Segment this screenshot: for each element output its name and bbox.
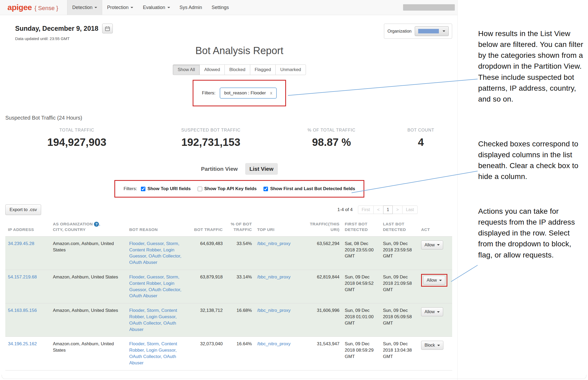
stat-value: 194,927,903: [5, 136, 148, 148]
filter-tabs: Show AllAllowedBlockedFlaggedUnmarked: [16, 64, 463, 75]
stat-value: 192,731,153: [148, 136, 274, 148]
column-header-last-bot-detected: LAST BOT DETECTED: [380, 219, 418, 236]
nav-item-label: Evaluation: [143, 5, 165, 10]
as-organization-cell: Amazon.com, Ashburn, United States: [50, 236, 127, 270]
column-header-bot-traffic: BOT TRAFFIC: [185, 219, 225, 236]
bot-reason-link[interactable]: Flooder: [129, 308, 144, 313]
bot-reason-link[interactable]: OAuth Collector: [149, 254, 180, 259]
action-dropdown[interactable]: Allow: [421, 307, 443, 316]
top-uri-link[interactable]: /bbc_nitro_proxy: [257, 274, 291, 279]
bot-reason-link[interactable]: Storm: [166, 241, 178, 246]
top-uri-cell: /bbc_nitro_proxy: [254, 236, 297, 270]
user-account-redacted[interactable]: [403, 4, 455, 11]
table-row: 34.196.25.162Amazon.com, Ashburn, United…: [5, 337, 452, 370]
filters-section: Filters: bot_reason : Flooder x: [16, 80, 463, 106]
comma-separator: ,: [180, 254, 181, 259]
checkbox-show-top-api-key-fields[interactable]: [198, 187, 202, 191]
bot-reason-link[interactable]: Flooder: [129, 241, 144, 246]
tab-blocked[interactable]: Blocked: [224, 64, 250, 75]
apigee-sense-logo[interactable]: apigee { Sense }: [7, 3, 58, 12]
export-csv-button[interactable]: Export to .csv: [5, 204, 41, 215]
tab-show-all[interactable]: Show All: [173, 64, 200, 75]
stat-total-traffic: TOTAL TRAFFIC194,927,903: [5, 128, 148, 148]
annotation-column: How results in the List View below are f…: [478, 0, 584, 380]
bot-reason-link[interactable]: Storm: [147, 308, 159, 313]
pct-bot-traffic-cell: 33.54%: [225, 236, 254, 270]
action-annotation-box: Allow: [421, 274, 447, 287]
remove-filter-icon[interactable]: x: [270, 91, 272, 95]
top-uri-link[interactable]: /bbc_nitro_proxy: [257, 308, 291, 313]
column-filters-panel: Filters: Show Top URI fieldsShow Top API…: [114, 180, 365, 198]
as-organization-cell: Amazon, Ashburn, United States: [50, 270, 127, 303]
bot-reason-cell: Flooder, Guessor, Storm, Content Robber,…: [127, 236, 185, 270]
ip-address-link[interactable]: 54.163.85.156: [8, 308, 37, 313]
as-organization-cell: Amazon.com, Ashburn, United States: [50, 337, 127, 370]
action-dropdown[interactable]: Block: [421, 341, 443, 350]
nav-item-evaluation[interactable]: Evaluation: [138, 0, 175, 15]
column-filter-show-first-and-last-bot-detected-fields[interactable]: Show First and Last Bot Detected fields: [263, 186, 355, 191]
bot-reason-link[interactable]: Login Guessor: [146, 314, 175, 319]
tab-allowed[interactable]: Allowed: [200, 64, 225, 75]
chevron-down-icon: [131, 7, 133, 8]
report-date: Sunday, December 9, 2018: [15, 25, 98, 32]
ip-cell: 54.157.219.68: [5, 270, 50, 303]
stat-bot-count: BOT COUNT4: [390, 128, 452, 148]
filter-chip[interactable]: bot_reason : Flooder x: [220, 88, 277, 99]
pagination-page[interactable]: 1: [383, 206, 393, 214]
pagination-next[interactable]: >: [392, 206, 402, 214]
column-header-bot-reason: BOT REASON: [127, 219, 185, 236]
top-uri-link[interactable]: /bbc_nitro_proxy: [257, 241, 291, 246]
nav-items: DetectionProtectionEvaluationSys AdminSe…: [67, 0, 234, 15]
nav-item-label: Detection: [72, 5, 92, 10]
bot-reason-link[interactable]: Guessor: [147, 274, 163, 279]
ip-cell: 34.239.45.28: [5, 236, 50, 270]
help-icon[interactable]: ?: [94, 222, 99, 227]
bot-reason-link[interactable]: Content Robber: [129, 281, 161, 286]
checkbox-show-first-and-last-bot-detected-fields[interactable]: [263, 187, 268, 191]
bot-reason-link[interactable]: OAuth Abuser: [129, 293, 157, 298]
pagination-wrap: 1-4 of 4 First<1>Last: [337, 206, 452, 214]
filter-chip-text: bot_reason : Flooder: [224, 90, 266, 96]
pagination-prev[interactable]: <: [373, 206, 383, 214]
nav-item-detection[interactable]: Detection: [67, 0, 102, 15]
bot-reason-link[interactable]: OAuth Collector: [129, 321, 161, 326]
column-filter-show-top-api-key-fields[interactable]: Show Top API Key fields: [198, 186, 257, 191]
ip-address-link[interactable]: 34.196.25.162: [8, 341, 37, 346]
comma-separator: ,: [163, 274, 166, 279]
bot-reason-link[interactable]: Flooder: [129, 274, 144, 279]
nav-item-protection[interactable]: Protection: [102, 0, 138, 15]
ip-address-link[interactable]: 54.157.219.68: [8, 274, 37, 279]
comma-separator: ,: [163, 241, 166, 246]
nav-item-sys-admin[interactable]: Sys Admin: [175, 0, 207, 15]
tab-unmarked[interactable]: Unmarked: [275, 64, 306, 75]
bot-reason-link[interactable]: Storm: [166, 274, 178, 279]
bot-reason-cell: Flooder, Storm, Content Robber, Login Gu…: [127, 337, 185, 370]
tab-partition-view[interactable]: Partition View: [201, 166, 237, 172]
pagination-last[interactable]: Last: [402, 206, 418, 214]
tab-list-view[interactable]: List View: [245, 163, 278, 175]
bot-reason-cell: Flooder, Guessor, Storm, Content Robber,…: [127, 270, 185, 303]
column-filter-show-top-uri-fields[interactable]: Show Top URI fields: [141, 186, 191, 191]
ip-address-link[interactable]: 34.239.45.28: [8, 241, 34, 246]
nav-item-settings[interactable]: Settings: [207, 0, 234, 15]
last-bot-detected-cell: Sun, 09 Dec 2018 21:09:58 GMT: [380, 270, 418, 303]
bot-reason-link[interactable]: Guessor: [147, 241, 163, 246]
calendar-button[interactable]: [102, 24, 113, 33]
report-header-row: Sunday, December 9, 2018 Data updated un…: [5, 24, 452, 41]
action-dropdown[interactable]: Allow: [421, 241, 443, 250]
bot-reason-link[interactable]: Storm: [147, 341, 159, 346]
pagination-first[interactable]: First: [358, 206, 374, 214]
bot-reason-link[interactable]: OAuth Abuser: [129, 260, 157, 265]
tab-flagged[interactable]: Flagged: [250, 64, 276, 75]
bot-reason-link[interactable]: Login Guessor: [146, 348, 175, 353]
bot-reason-link[interactable]: OAuth Collector: [129, 354, 161, 359]
annotation-note-3: Actions you can take for requests from t…: [478, 206, 584, 260]
bot-reason-link[interactable]: OAuth Collector: [149, 287, 180, 292]
top-uri-link[interactable]: /bbc_nitro_proxy: [257, 341, 291, 346]
organization-selector: Organization: [384, 24, 452, 39]
bot-reason-link[interactable]: Content Robber: [129, 247, 161, 252]
checkbox-show-top-uri-fields[interactable]: [141, 187, 145, 191]
bot-reason-link[interactable]: Flooder: [129, 341, 144, 346]
action-dropdown[interactable]: Allow: [423, 276, 445, 285]
organization-dropdown[interactable]: [415, 26, 449, 36]
